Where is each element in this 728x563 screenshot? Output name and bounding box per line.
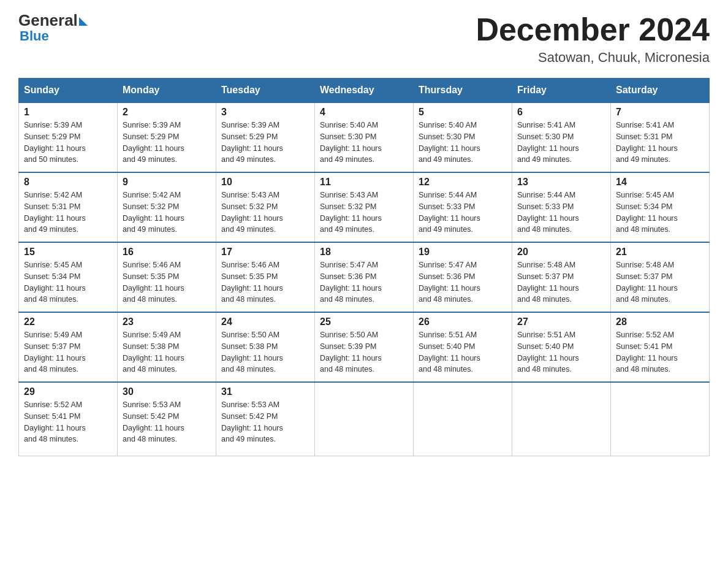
- calendar-week-2: 8 Sunrise: 5:42 AMSunset: 5:31 PMDayligh…: [19, 172, 710, 242]
- calendar-cell: 17 Sunrise: 5:46 AMSunset: 5:35 PMDaylig…: [216, 242, 315, 312]
- calendar-cell: 3 Sunrise: 5:39 AMSunset: 5:29 PMDayligh…: [216, 102, 315, 172]
- calendar-cell: 20 Sunrise: 5:48 AMSunset: 5:37 PMDaylig…: [512, 242, 611, 312]
- logo-triangle-icon: [79, 17, 88, 26]
- title-block: December 2024 Satowan, Chuuk, Micronesia: [476, 12, 710, 66]
- calendar-cell: 22 Sunrise: 5:49 AMSunset: 5:37 PMDaylig…: [19, 312, 118, 382]
- day-number: 23: [123, 316, 211, 327]
- day-info: Sunrise: 5:50 AMSunset: 5:38 PMDaylight:…: [221, 331, 283, 373]
- calendar-cell: 29 Sunrise: 5:52 AMSunset: 5:41 PMDaylig…: [19, 382, 118, 456]
- day-number: 25: [320, 316, 408, 327]
- day-number: 31: [221, 386, 309, 397]
- logo-general: General: [18, 12, 78, 28]
- calendar-cell: [414, 382, 512, 456]
- day-number: 13: [517, 177, 605, 188]
- day-number: 1: [24, 107, 112, 118]
- day-info: Sunrise: 5:40 AMSunset: 5:30 PMDaylight:…: [419, 121, 480, 164]
- calendar-cell: 14 Sunrise: 5:45 AMSunset: 5:34 PMDaylig…: [611, 172, 710, 242]
- day-number: 14: [616, 177, 704, 188]
- day-info: Sunrise: 5:42 AMSunset: 5:32 PMDaylight:…: [123, 191, 184, 234]
- calendar-header-wednesday: Wednesday: [315, 79, 414, 103]
- calendar-cell: 23 Sunrise: 5:49 AMSunset: 5:38 PMDaylig…: [118, 312, 216, 382]
- day-info: Sunrise: 5:45 AMSunset: 5:34 PMDaylight:…: [24, 261, 86, 304]
- calendar-cell: 9 Sunrise: 5:42 AMSunset: 5:32 PMDayligh…: [118, 172, 216, 242]
- calendar-week-5: 29 Sunrise: 5:52 AMSunset: 5:41 PMDaylig…: [19, 382, 710, 456]
- day-number: 7: [616, 107, 704, 118]
- calendar-header-thursday: Thursday: [414, 79, 512, 103]
- day-number: 10: [221, 177, 309, 188]
- day-number: 12: [419, 177, 507, 188]
- day-info: Sunrise: 5:43 AMSunset: 5:32 PMDaylight:…: [320, 191, 382, 234]
- calendar-week-4: 22 Sunrise: 5:49 AMSunset: 5:37 PMDaylig…: [19, 312, 710, 382]
- calendar-header-monday: Monday: [118, 79, 216, 103]
- day-number: 18: [320, 247, 408, 258]
- page-header: General Blue December 2024 Satowan, Chuu…: [18, 12, 710, 66]
- day-number: 29: [24, 386, 112, 397]
- day-number: 16: [123, 247, 211, 258]
- day-info: Sunrise: 5:48 AMSunset: 5:37 PMDaylight:…: [517, 261, 579, 304]
- day-number: 19: [419, 247, 507, 258]
- calendar-cell: 24 Sunrise: 5:50 AMSunset: 5:38 PMDaylig…: [216, 312, 315, 382]
- calendar-cell: 12 Sunrise: 5:44 AMSunset: 5:33 PMDaylig…: [414, 172, 512, 242]
- calendar-cell: 4 Sunrise: 5:40 AMSunset: 5:30 PMDayligh…: [315, 102, 414, 172]
- day-number: 2: [123, 107, 211, 118]
- calendar-cell: 31 Sunrise: 5:53 AMSunset: 5:42 PMDaylig…: [216, 382, 315, 456]
- day-number: 30: [123, 386, 211, 397]
- day-number: 28: [616, 316, 704, 327]
- day-info: Sunrise: 5:43 AMSunset: 5:32 PMDaylight:…: [221, 191, 283, 234]
- day-number: 22: [24, 316, 112, 327]
- calendar-cell: 21 Sunrise: 5:48 AMSunset: 5:37 PMDaylig…: [611, 242, 710, 312]
- calendar-cell: 2 Sunrise: 5:39 AMSunset: 5:29 PMDayligh…: [118, 102, 216, 172]
- day-number: 5: [419, 107, 507, 118]
- calendar-week-3: 15 Sunrise: 5:45 AMSunset: 5:34 PMDaylig…: [19, 242, 710, 312]
- calendar-cell: 13 Sunrise: 5:44 AMSunset: 5:33 PMDaylig…: [512, 172, 611, 242]
- day-info: Sunrise: 5:39 AMSunset: 5:29 PMDaylight:…: [24, 121, 86, 164]
- day-number: 26: [419, 316, 507, 327]
- logo-blue: Blue: [20, 28, 49, 44]
- day-info: Sunrise: 5:46 AMSunset: 5:35 PMDaylight:…: [221, 261, 283, 304]
- day-info: Sunrise: 5:48 AMSunset: 5:37 PMDaylight:…: [616, 261, 678, 304]
- day-number: 27: [517, 316, 605, 327]
- day-number: 4: [320, 107, 408, 118]
- calendar-cell: 8 Sunrise: 5:42 AMSunset: 5:31 PMDayligh…: [19, 172, 118, 242]
- day-info: Sunrise: 5:46 AMSunset: 5:35 PMDaylight:…: [123, 261, 184, 304]
- calendar-cell: 1 Sunrise: 5:39 AMSunset: 5:29 PMDayligh…: [19, 102, 118, 172]
- day-info: Sunrise: 5:53 AMSunset: 5:42 PMDaylight:…: [123, 400, 184, 443]
- day-info: Sunrise: 5:39 AMSunset: 5:29 PMDaylight:…: [123, 121, 184, 164]
- calendar-cell: 26 Sunrise: 5:51 AMSunset: 5:40 PMDaylig…: [414, 312, 512, 382]
- day-info: Sunrise: 5:52 AMSunset: 5:41 PMDaylight:…: [24, 400, 86, 443]
- day-number: 11: [320, 177, 408, 188]
- day-info: Sunrise: 5:53 AMSunset: 5:42 PMDaylight:…: [221, 400, 283, 443]
- day-info: Sunrise: 5:51 AMSunset: 5:40 PMDaylight:…: [517, 331, 579, 373]
- day-info: Sunrise: 5:52 AMSunset: 5:41 PMDaylight:…: [616, 331, 678, 373]
- day-info: Sunrise: 5:45 AMSunset: 5:34 PMDaylight:…: [616, 191, 678, 234]
- day-number: 20: [517, 247, 605, 258]
- day-number: 9: [123, 177, 211, 188]
- day-number: 15: [24, 247, 112, 258]
- day-info: Sunrise: 5:51 AMSunset: 5:40 PMDaylight:…: [419, 331, 480, 373]
- day-info: Sunrise: 5:39 AMSunset: 5:29 PMDaylight:…: [221, 121, 283, 164]
- day-info: Sunrise: 5:49 AMSunset: 5:38 PMDaylight:…: [123, 331, 184, 373]
- day-number: 24: [221, 316, 309, 327]
- day-number: 21: [616, 247, 704, 258]
- day-number: 3: [221, 107, 309, 118]
- day-number: 8: [24, 177, 112, 188]
- day-info: Sunrise: 5:47 AMSunset: 5:36 PMDaylight:…: [320, 261, 382, 304]
- calendar-table: SundayMondayTuesdayWednesdayThursdayFrid…: [18, 78, 710, 456]
- calendar-cell: 5 Sunrise: 5:40 AMSunset: 5:30 PMDayligh…: [414, 102, 512, 172]
- day-info: Sunrise: 5:50 AMSunset: 5:39 PMDaylight:…: [320, 331, 382, 373]
- page-title: December 2024: [476, 12, 710, 47]
- calendar-header-friday: Friday: [512, 79, 611, 103]
- day-number: 17: [221, 247, 309, 258]
- day-info: Sunrise: 5:44 AMSunset: 5:33 PMDaylight:…: [517, 191, 579, 234]
- day-number: 6: [517, 107, 605, 118]
- day-info: Sunrise: 5:47 AMSunset: 5:36 PMDaylight:…: [419, 261, 480, 304]
- calendar-header-row: SundayMondayTuesdayWednesdayThursdayFrid…: [19, 79, 710, 103]
- calendar-cell: 19 Sunrise: 5:47 AMSunset: 5:36 PMDaylig…: [414, 242, 512, 312]
- calendar-cell: 16 Sunrise: 5:46 AMSunset: 5:35 PMDaylig…: [118, 242, 216, 312]
- day-info: Sunrise: 5:41 AMSunset: 5:31 PMDaylight:…: [616, 121, 678, 164]
- calendar-cell: 18 Sunrise: 5:47 AMSunset: 5:36 PMDaylig…: [315, 242, 414, 312]
- calendar-cell: [315, 382, 414, 456]
- calendar-header-tuesday: Tuesday: [216, 79, 315, 103]
- logo: General Blue: [18, 12, 88, 44]
- calendar-cell: [611, 382, 710, 456]
